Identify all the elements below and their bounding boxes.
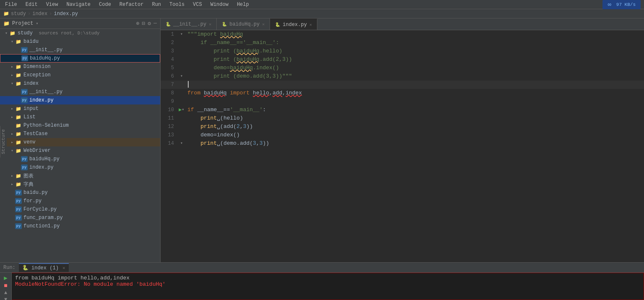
tree-label-dimension: Dimension [23,64,51,70]
code-line-1: 1 ▾ """import baiduHq [161,30,644,39]
run-label: Run: [3,265,16,271]
tree-label-index-folder: index [23,81,39,86]
tree-label-baiduhq: baiduHq.py [30,55,60,61]
tree-item-forcycle-py[interactable]: py ForCycle.py [0,205,160,214]
line-num-6: 6 [161,72,177,81]
py-icon-index-wd: py [21,164,28,170]
folder-icon-input: 📁 [15,105,22,112]
gutter-6: ▾ [177,72,186,81]
network-speed: 97 KB/s [615,1,637,8]
run-stop-button[interactable]: ■ [2,282,10,289]
run-tab-close[interactable]: ✕ [62,266,65,271]
menu-view[interactable]: View [44,1,60,8]
tree-item-study[interactable]: ▾ 📁 study sources root, D:\study [0,29,160,37]
tree-item-index-folder[interactable]: ▾ 📁 index [0,79,160,88]
run-panel: Run: 🐍 index (1) ✕ ▶ ■ ▲ ▼ ⤓ from baiduH… [0,262,644,300]
run-output-line1: from baiduHq import hello,add,index [15,275,640,281]
tree-item-python-selenium[interactable]: 📁 Python-Selenium [0,121,160,130]
tree-item-list[interactable]: ▸ 📁 List [0,113,160,121]
structure-tab[interactable]: Structure [0,126,7,157]
sidebar-settings-icon[interactable]: ⚙ [148,20,151,27]
tree-item-for-py[interactable]: py for.py [0,197,160,205]
arrow-input: ▸ [9,106,15,111]
code-line-7: 7 [161,81,644,89]
tree-label-list: List [23,114,36,120]
arrow-dict: ▸ [9,182,15,187]
breadcrumb-index[interactable]: index [32,11,47,17]
run-tab[interactable]: 🐍 index (1) ✕ [19,263,69,272]
tab-close-init[interactable]: ✕ [209,22,211,27]
run-marker[interactable]: ▶ [179,106,182,114]
tree-item-testcase[interactable]: ▸ 📁 TestCase [0,130,160,138]
menu-tools[interactable]: Tools [168,1,186,8]
tab-baiduhq[interactable]: 🐍 baiduHq.py ✕ [217,18,270,30]
breadcrumb-sep2: › [49,11,52,17]
arrow-exception: ▸ [9,73,15,78]
line-num-10: 10 [161,106,177,114]
breadcrumb: 📁 study › index › index.py [0,9,644,18]
breadcrumb-study[interactable]: study [11,11,26,17]
py-icon-baiduhq-wd: py [21,156,28,162]
menu-help[interactable]: Help [235,1,251,8]
tree-label-for-py: for.py [23,198,42,204]
menu-file[interactable]: File [3,1,19,8]
line-num-4: 4 [161,55,177,64]
tab-label-baiduhq: baiduHq.py [229,21,260,27]
tree-item-baiduhq-wd[interactable]: py baiduHq.py [0,155,160,163]
tree-item-charts[interactable]: ▸ 📁 图表 [0,172,160,180]
tree-item-baiduhq[interactable]: py baiduHq.py [0,54,160,63]
arrow-webdriver: ▾ [9,148,15,153]
code-line-10: 10 ▶ ▾ if __name__=='__main__': [161,106,644,114]
run-scroll-down-button[interactable]: ▼ [2,297,10,300]
line-num-1: 1 [161,30,177,39]
py-icon-baiduhq: py [21,55,28,61]
menu-code[interactable]: Code [97,1,113,8]
tree-item-dimension[interactable]: ▸ 📁 Dimension [0,63,160,71]
line-num-5: 5 [161,64,177,72]
tab-index[interactable]: 🐍 index.py ✕ [270,18,317,30]
tree-item-exception[interactable]: ▸ 📁 Exception [0,71,160,79]
tree-item-baidu-py[interactable]: py baidu.py [0,188,160,197]
menu-vcs[interactable]: VCS [191,1,204,8]
code-content-14: print␣(demo.add(3,3)) [186,139,644,148]
run-scroll-up-button[interactable]: ▲ [2,290,10,296]
code-content-6: print (demo.add(3,3))""" [186,72,644,81]
code-editor[interactable]: 1 ▾ """import baiduHq 2 if __name__=='__… [161,30,644,262]
line-num-3: 3 [161,47,177,55]
tree-item-baidu[interactable]: ▾ 📁 baidu [0,37,160,46]
menu-edit[interactable]: Edit [24,1,39,8]
tree-label-testcase: TestCase [23,131,48,137]
gutter-10: ▶ ▾ [177,106,186,114]
tree-label-init-baidu: __init__.py [29,47,62,53]
sidebar-header: 📁 Project ▾ ⊕ ⊟ ⚙ ─ [0,18,160,29]
tab-close-baiduhq[interactable]: ✕ [262,22,265,27]
run-play-button[interactable]: ▶ [2,274,10,282]
code-line-2: 2 if __name__=='__main__': [161,39,644,47]
sidebar-collapse-icon[interactable]: ⊟ [142,20,145,27]
tree-item-venv[interactable]: ▸ 📁 venv [0,138,160,146]
tree-item-index-wd[interactable]: py index.py [0,163,160,172]
tree-item-init-baidu[interactable]: py __init__.py [0,46,160,54]
tree-label-baidu: baidu [23,39,39,44]
menu-navigate[interactable]: Navigate [65,1,92,8]
menu-window[interactable]: Window [209,1,230,8]
tab-bar: 🐍 __init__.py ✕ 🐍 baiduHq.py ✕ 🐍 index.p… [161,18,644,30]
tree-item-function1-py[interactable]: py function1.py [0,222,160,230]
breadcrumb-file[interactable]: index.py [54,11,78,17]
tree-item-webdriver[interactable]: ▾ 📁 WebDriver [0,146,160,155]
tree-item-input[interactable]: ▸ 📁 input [0,104,160,113]
tab-init[interactable]: 🐍 __init__.py ✕ [161,18,217,30]
menu-refactor[interactable]: Refactor [118,1,145,8]
sidebar-locate-icon[interactable]: ⊕ [136,20,140,27]
run-output: from baiduHq import hello,add,index Modu… [12,273,644,300]
tree-item-funcparam-py[interactable]: py func_param.py [0,214,160,222]
folder-icon-python-selenium: 📁 [15,122,22,129]
menu-run[interactable]: Run [150,1,163,8]
tab-close-index[interactable]: ✕ [309,22,312,27]
tree-item-index-py[interactable]: py index.py [0,96,160,104]
tree-item-dict[interactable]: ▸ 📁 字典 [0,180,160,188]
sidebar-dropdown-icon[interactable]: ▾ [36,21,38,26]
code-content-11: print␣(hello) [186,114,644,123]
sidebar-minimize-icon[interactable]: ─ [153,20,157,27]
tree-item-init-index[interactable]: py __init__.py [0,88,160,96]
